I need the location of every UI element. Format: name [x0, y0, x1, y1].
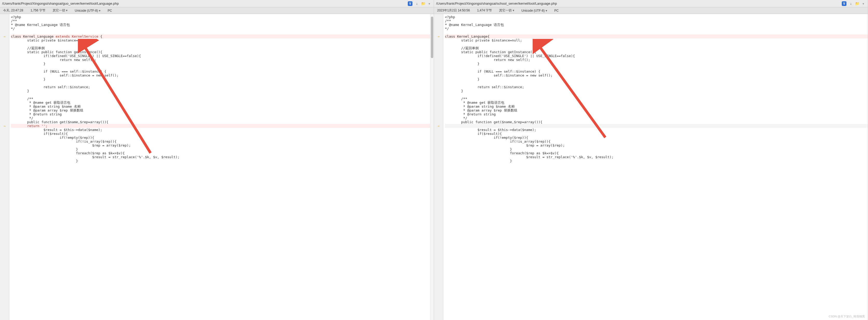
code-line: //返回单例: [11, 46, 430, 50]
gutter: ⇨⇨: [0, 14, 9, 320]
diff-marker: ⇨: [0, 34, 9, 38]
diff-marker: [0, 42, 9, 46]
diff-marker: [434, 62, 443, 66]
diff-marker: [0, 73, 9, 77]
code-line: [11, 81, 430, 85]
code-line: * @param string $name 名称: [11, 105, 430, 108]
code-line: * @name get 获取语言包: [11, 101, 430, 105]
vcs-badge[interactable]: V: [842, 1, 846, 6]
diff-marker: [0, 151, 9, 155]
diff-marker: [434, 23, 443, 27]
code-line: static public function getInstance(){: [445, 50, 868, 54]
code-line: [11, 93, 430, 97]
code-line: }: [11, 159, 430, 163]
diff-marker: [0, 116, 9, 120]
diff-marker: [434, 136, 443, 140]
scrollbar[interactable]: [430, 14, 434, 320]
diff-marker: [0, 38, 9, 42]
code-line: }: [11, 77, 430, 81]
diff-marker: [434, 89, 443, 93]
diff-marker: [434, 58, 443, 62]
diff-marker: [0, 128, 9, 132]
code-line: if (NULL === self::$instance) {: [11, 70, 430, 73]
encoding-dropdown[interactable]: Unicode (UTF-8): [75, 9, 100, 12]
code-content[interactable]: <?php/*** @name Kernel_Language 语言包*/cla…: [443, 14, 868, 320]
diff-marker: [434, 81, 443, 85]
encoding-dropdown[interactable]: Unicode (UTF-8): [522, 9, 547, 12]
code-line: return self::$instance;: [445, 85, 868, 89]
code-line: if($result){: [445, 132, 868, 136]
code-line: if($result){: [11, 132, 430, 136]
file-path: /Users/frank/Project/Xingongsi/shangsai/…: [436, 2, 840, 5]
code-line: if(!defined('USE_SINGLE') || USE_SINGLE=…: [445, 54, 868, 58]
diff-marker: [434, 46, 443, 50]
diff-marker: [0, 155, 9, 159]
left-pane: /Users/frank/Project/Xingongsi/shangsai/…: [0, 0, 434, 320]
code-line: static public function getInstance(){: [11, 50, 430, 54]
code-line: [445, 31, 868, 34]
diff-marker: [434, 38, 443, 42]
watermark: CSDN @天下皆白_唯我独黑: [829, 315, 865, 318]
diff-marker: [434, 19, 443, 23]
code-line: }: [11, 89, 430, 93]
diff-marker: [434, 147, 443, 151]
arrow-down-icon[interactable]: ↓: [848, 1, 853, 6]
scroll-thumb[interactable]: [431, 16, 433, 58]
code-line: self::$instance = new self();: [445, 73, 868, 77]
diff-marker: [0, 136, 9, 140]
diff-marker: [0, 62, 9, 66]
diff-marker: [434, 73, 443, 77]
mode-dropdown[interactable]: 其它一切: [53, 8, 67, 13]
folder-icon[interactable]: 📁: [855, 1, 860, 6]
code-line: class Kernel_Language{: [445, 34, 868, 38]
code-line: * @name get 获取语言包: [445, 101, 868, 105]
folder-icon[interactable]: 📁: [421, 1, 426, 6]
diff-marker: [434, 54, 443, 58]
diff-marker: [434, 128, 443, 132]
code-line: <?php: [11, 15, 430, 19]
file-size: 1,474 字节: [477, 8, 492, 13]
code-line: * @return string: [445, 112, 868, 116]
diff-marker: [434, 27, 443, 31]
code-line: /**: [445, 97, 868, 101]
code-line: public function get($name,$rep=array()){: [445, 120, 868, 124]
diff-marker: [434, 116, 443, 120]
code-line: [11, 31, 430, 34]
code-line: $result = str_replace('%'.$k, $v, $resul…: [445, 155, 868, 159]
diff-marker: [0, 50, 9, 54]
code-line: public function get($name,$rep=array()){: [11, 120, 430, 124]
chevron-down-icon[interactable]: ▾: [861, 1, 866, 6]
code-line: }: [445, 77, 868, 81]
timestamp: 今天, 23:47:28: [3, 8, 23, 13]
diff-marker: [0, 31, 9, 34]
code-line: $result = str_replace('%'.$k, $v, $resul…: [11, 155, 430, 159]
gutter: ⇦⇦: [434, 14, 443, 320]
diff-marker: [0, 85, 9, 89]
diff-marker: [0, 147, 9, 151]
code-line: [445, 93, 868, 97]
code-line: [11, 42, 430, 46]
diff-marker: ⇨: [0, 124, 9, 128]
left-path-bar: /Users/frank/Project/Xingongsi/shangsai/…: [0, 0, 434, 7]
diff-marker: [0, 93, 9, 97]
code-line: [445, 42, 868, 46]
code-line: /**: [11, 97, 430, 101]
code-line: }: [11, 147, 430, 151]
code-line: [445, 81, 868, 85]
vcs-badge[interactable]: V: [408, 1, 412, 6]
diff-marker: [0, 140, 9, 143]
arrow-down-icon[interactable]: ↓: [414, 1, 419, 6]
diff-marker: [0, 101, 9, 105]
diff-marker: [434, 66, 443, 70]
chevron-down-icon[interactable]: ▾: [427, 1, 432, 6]
diff-marker: [0, 27, 9, 31]
diff-marker: [434, 159, 443, 163]
code-line: return new self();: [11, 58, 430, 62]
mode-dropdown[interactable]: 其它一切: [499, 8, 514, 13]
code-line: * @return string: [11, 112, 430, 116]
code-line: if (NULL === self::$instance) {: [445, 70, 868, 73]
diff-marker: [434, 70, 443, 73]
code-content[interactable]: <?php/*** @name Kernel_Language 语言包*/cla…: [9, 14, 430, 320]
code-line: $result = $this->data($name);: [11, 128, 430, 132]
diff-marker: ⇦: [434, 34, 443, 38]
